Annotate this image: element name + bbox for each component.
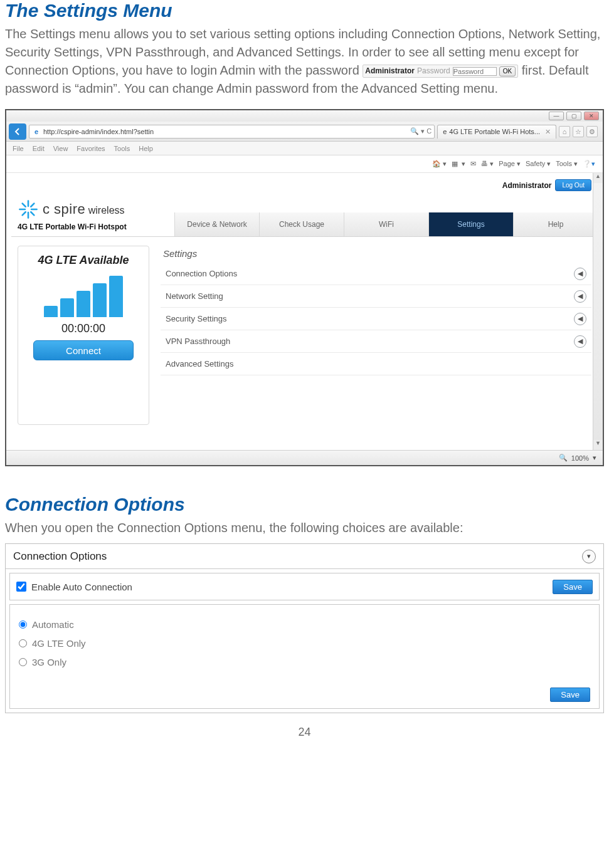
settings-item-label: Advanced Settings — [166, 359, 233, 369]
settings-item-label: Network Setting — [166, 291, 223, 301]
zoom-icon[interactable]: 🔍 — [559, 454, 568, 462]
admin-password-input[interactable] — [453, 67, 497, 76]
connection-options-paragraph: When you open the Connection Options men… — [5, 519, 604, 537]
ie-icon: e — [32, 127, 41, 136]
intro-paragraph: The Settings menu allows you to set vari… — [5, 25, 604, 98]
menu-edit[interactable]: Edit — [33, 145, 45, 152]
brand-name: c spire — [43, 201, 85, 217]
chevron-left-icon: ◀ — [574, 268, 586, 280]
chevron-left-icon: ◀ — [574, 335, 586, 348]
svg-line-4 — [23, 204, 26, 207]
product-name: 4G LTE Portable Wi-Fi Hotspot — [18, 222, 168, 231]
scroll-down-icon[interactable]: ▼ — [593, 440, 603, 450]
scrollbar[interactable]: ▲ ▼ — [593, 173, 603, 450]
settings-item-connection-options[interactable]: Connection Options ◀ — [161, 263, 591, 285]
tab-close-icon[interactable]: ✕ — [545, 128, 551, 136]
settings-item-network-setting[interactable]: Network Setting ◀ — [161, 285, 591, 308]
logo-cell: c spire wireless 4G LTE Portable Wi-Fi H… — [11, 195, 174, 236]
window-close-button[interactable]: ✕ — [584, 112, 599, 120]
gear-icon[interactable]: ⚙ — [586, 126, 598, 137]
page-number: 24 — [5, 726, 604, 739]
connect-button[interactable]: Connect — [33, 340, 134, 360]
browser-tab[interactable]: e 4G LTE Portable Wi-Fi Hots... ✕ — [437, 125, 556, 139]
ie-icon: e — [443, 128, 447, 135]
radio-3g-input[interactable] — [19, 658, 27, 666]
header-block: c spire wireless 4G LTE Portable Wi-Fi H… — [11, 195, 598, 237]
admin-label: Administrator — [502, 181, 552, 190]
svg-line-5 — [31, 212, 34, 215]
browser-window: — ▢ ✕ e http://cspire-admin/index.html?s… — [5, 109, 604, 466]
radio-3g-label: 3G Only — [32, 657, 66, 667]
main-tabs: Device & Network Check Usage WiFi Settin… — [174, 212, 598, 236]
settings-item-vpn-passthrough[interactable]: VPN Passthrough ◀ — [161, 330, 591, 353]
url-text: http://cspire-admin/index.html?settin — [43, 128, 154, 135]
save-button[interactable]: Save — [553, 580, 593, 594]
svg-line-7 — [23, 212, 26, 215]
settings-item-label: Security Settings — [166, 314, 227, 323]
window-titlebar: — ▢ ✕ — [6, 110, 603, 122]
page-menu[interactable]: Page ▾ — [499, 160, 521, 168]
radio-automatic-label: Automatic — [32, 619, 74, 630]
enable-auto-connection-row[interactable]: Enable Auto Connection — [16, 582, 132, 592]
favorites-box: ⌂ ☆ ⚙ — [559, 126, 600, 137]
zoom-chevron-icon[interactable]: ▾ — [593, 454, 596, 462]
tab-wifi[interactable]: WiFi — [344, 212, 428, 236]
menu-file[interactable]: File — [13, 145, 24, 152]
radio-3g-only[interactable]: 3G Only — [19, 652, 590, 671]
chevron-left-icon: ◀ — [574, 290, 586, 303]
zoom-level[interactable]: 100% — [571, 454, 589, 462]
menu-favorites[interactable]: Favorites — [77, 145, 105, 152]
save-button[interactable]: Save — [550, 688, 590, 702]
tab-settings[interactable]: Settings — [428, 212, 513, 236]
home-icon[interactable]: ⌂ — [559, 126, 570, 137]
signal-bars-icon — [44, 275, 123, 317]
help-icon[interactable]: ❔▾ — [583, 160, 595, 168]
menu-help[interactable]: Help — [139, 145, 153, 152]
addr-controls: 🔍 ▾ C — [410, 127, 432, 135]
enable-auto-connection-checkbox[interactable] — [16, 582, 26, 592]
admin-label: Administrator — [365, 66, 415, 76]
panel-subtitle: Settings — [161, 246, 591, 263]
admin-ok-button[interactable]: OK — [499, 66, 516, 76]
radio-4g-lte-only[interactable]: 4G LTE Only — [19, 634, 590, 652]
home-icon[interactable]: 🏠 ▾ — [432, 160, 447, 168]
safety-menu[interactable]: Safety ▾ — [526, 160, 551, 168]
tab-title: 4G LTE Portable Wi-Fi Hots... — [449, 128, 540, 135]
status-bar: 🔍 100% ▾ — [6, 450, 603, 465]
cspire-logo-icon — [18, 199, 39, 220]
mail-icon[interactable]: ✉ — [470, 160, 476, 168]
connection-options-title: Connection Options — [13, 550, 107, 563]
heading-settings-menu: The Settings Menu — [5, 0, 604, 21]
menu-view[interactable]: View — [53, 145, 68, 152]
settings-item-label: VPN Passthrough — [166, 337, 230, 346]
radio-automatic-input[interactable] — [19, 620, 27, 629]
window-minimize-button[interactable]: — — [549, 112, 564, 120]
connection-options-panel: Connection Options ▾ Enable Auto Connect… — [5, 543, 604, 713]
feeds-icon[interactable]: ▦ ▾ — [452, 160, 465, 168]
chevron-down-icon: ▾ — [582, 550, 596, 563]
scroll-up-icon[interactable]: ▲ — [593, 173, 603, 183]
tab-check-usage[interactable]: Check Usage — [259, 212, 344, 236]
arrow-left-icon — [13, 127, 23, 137]
print-icon[interactable]: 🖶 ▾ — [481, 160, 494, 168]
logout-button[interactable]: Log Out — [555, 179, 591, 191]
status-title: 4G LTE Available — [38, 254, 129, 267]
auto-connection-section: Enable Auto Connection Save — [9, 573, 600, 600]
address-bar[interactable]: e http://cspire-admin/index.html?settin … — [29, 125, 435, 139]
radio-automatic[interactable]: Automatic — [19, 615, 590, 634]
favorite-icon[interactable]: ☆ — [573, 126, 584, 137]
radio-4g-input[interactable] — [19, 639, 27, 647]
mode-section: Automatic 4G LTE Only 3G Only Save — [9, 604, 600, 709]
connection-options-header[interactable]: Connection Options ▾ — [6, 544, 603, 569]
back-button[interactable] — [9, 123, 26, 140]
command-bar: 🏠 ▾ ▦ ▾ ✉ 🖶 ▾ Page ▾ Safety ▾ Tools ▾ ❔▾ — [6, 155, 603, 173]
tab-help[interactable]: Help — [513, 212, 598, 236]
menu-tools[interactable]: Tools — [114, 145, 130, 152]
settings-item-advanced-settings[interactable]: Advanced Settings — [161, 353, 591, 375]
settings-item-security-settings[interactable]: Security Settings ◀ — [161, 308, 591, 330]
tools-menu[interactable]: Tools ▾ — [556, 160, 578, 168]
heading-connection-options: Connection Options — [5, 494, 604, 515]
brand-sub: wireless — [88, 205, 125, 216]
window-maximize-button[interactable]: ▢ — [566, 112, 581, 120]
tab-device-network[interactable]: Device & Network — [174, 212, 259, 236]
